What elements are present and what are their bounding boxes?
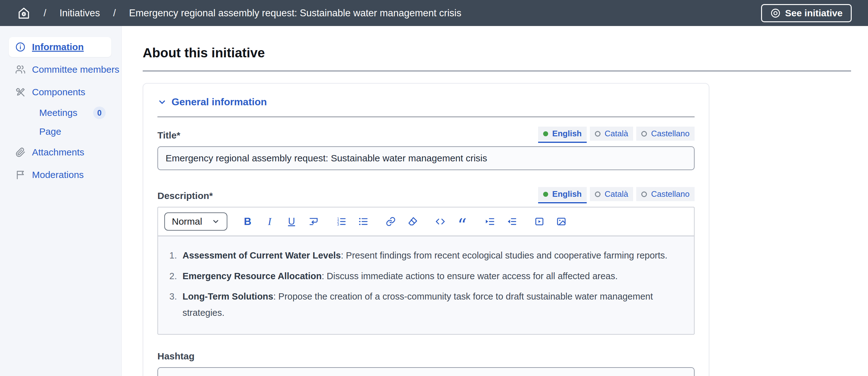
list-item: 3. Long-Term Solutions: Propose the crea… xyxy=(169,288,669,321)
language-tabs: English Català Castellano xyxy=(538,187,694,201)
chevron-down-icon xyxy=(212,217,220,226)
breadcrumb-initiatives[interactable]: Initiatives xyxy=(60,7,100,19)
lang-tab-label: English xyxy=(552,129,582,138)
sidebar-item-label: Components xyxy=(32,87,85,97)
list-item-text: : Present findings from recent ecologica… xyxy=(341,250,667,261)
sidebar: Information Committee members Components xyxy=(0,26,122,376)
see-initiative-label: See initiative xyxy=(785,8,843,19)
sidebar-item-page[interactable]: Page xyxy=(0,124,121,140)
untranslated-ring-icon xyxy=(595,131,600,137)
topbar: / Initiatives / Emergency regional assem… xyxy=(0,0,868,26)
description-label: Description* xyxy=(157,191,213,201)
main-content: About this initiative General informatio… xyxy=(122,26,868,376)
breadcrumb-current: Emergency regional assembly request: Sus… xyxy=(129,7,461,19)
format-select[interactable]: Normal xyxy=(164,212,227,231)
chevron-down-icon xyxy=(157,97,167,107)
sidebar-item-label: Information xyxy=(32,42,84,52)
translated-dot-icon xyxy=(543,192,548,197)
sidebar-item-label: Page xyxy=(39,126,61,137)
list-item-title: Emergency Resource Allocation xyxy=(183,271,322,281)
sidebar-item-components[interactable]: Components xyxy=(0,82,121,102)
sidebar-item-meetings[interactable]: Meetings 0 xyxy=(0,105,121,121)
hashtag-label: Hashtag xyxy=(157,351,694,362)
sidebar-item-information[interactable]: Information xyxy=(9,37,111,57)
lang-tab-label: Castellano xyxy=(651,129,689,138)
list-item: 1. Assessment of Current Water Levels: P… xyxy=(169,247,669,264)
indent-icon[interactable] xyxy=(483,214,497,229)
eye-icon xyxy=(770,8,781,19)
sidebar-item-label: Committee members xyxy=(32,64,119,75)
panel-header-label: General information xyxy=(172,96,267,108)
untranslated-ring-icon xyxy=(641,131,647,137)
divider xyxy=(157,116,694,117)
sidebar-item-label: Attachments xyxy=(32,147,84,158)
sidebar-nav: Information Committee members Components xyxy=(0,37,121,185)
meetings-count-badge: 0 xyxy=(93,106,106,119)
line-break-icon[interactable] xyxy=(306,214,321,229)
editor-content[interactable]: 1. Assessment of Current Water Levels: P… xyxy=(158,236,694,334)
lang-tab-label: English xyxy=(552,189,582,199)
list-item-title: Assessment of Current Water Levels xyxy=(183,250,341,261)
list-item-text: : Discuss immediate actions to ensure wa… xyxy=(322,271,618,281)
lang-tab-catala[interactable]: Català xyxy=(590,127,633,141)
tools-icon xyxy=(15,87,26,97)
underline-glyph: U xyxy=(288,216,295,227)
lang-tab-english[interactable]: English xyxy=(538,187,587,201)
video-icon[interactable] xyxy=(532,214,547,229)
bold-glyph: B xyxy=(244,215,251,228)
lang-tab-castellano[interactable]: Castellano xyxy=(636,187,694,201)
lang-tab-label: Català xyxy=(604,129,628,138)
outdent-icon[interactable] xyxy=(504,214,519,229)
lang-tab-label: Castellano xyxy=(651,189,689,199)
breadcrumb-separator: / xyxy=(43,7,46,19)
users-icon xyxy=(15,64,26,75)
home-gear-icon xyxy=(17,7,30,20)
editor-toolbar: Normal B I U xyxy=(158,207,694,236)
lang-tab-english[interactable]: English xyxy=(538,127,587,141)
sidebar-item-label: Moderations xyxy=(32,170,84,180)
link-icon[interactable] xyxy=(383,214,398,229)
untranslated-ring-icon xyxy=(595,192,600,197)
bold-icon[interactable]: B xyxy=(241,214,255,229)
untranslated-ring-icon xyxy=(641,192,647,197)
breadcrumb-separator: / xyxy=(113,7,116,19)
blockquote-icon[interactable]: “ xyxy=(455,214,469,229)
hashtag-input[interactable] xyxy=(157,367,694,376)
general-information-panel: General information Title* English Catal… xyxy=(143,83,709,376)
quote-glyph: “ xyxy=(458,216,467,234)
rich-text-editor: Normal B I U xyxy=(157,207,694,335)
home-breadcrumb-link[interactable] xyxy=(17,7,30,20)
list-item-title: Long-Term Solutions xyxy=(183,292,273,301)
italic-icon[interactable]: I xyxy=(262,214,277,229)
svg-text:3: 3 xyxy=(337,223,339,226)
bullet-list-icon[interactable] xyxy=(356,214,370,229)
sidebar-item-committee-members[interactable]: Committee members xyxy=(0,60,121,79)
clear-format-icon[interactable] xyxy=(405,214,420,229)
info-icon xyxy=(15,42,26,52)
lang-tab-castellano[interactable]: Castellano xyxy=(636,127,694,141)
sidebar-item-attachments[interactable]: Attachments xyxy=(0,142,121,162)
translated-dot-icon xyxy=(543,131,548,136)
list-item: 2. Emergency Resource Allocation: Discus… xyxy=(169,268,669,284)
list-marker: 3. xyxy=(169,288,183,321)
format-select-value: Normal xyxy=(172,216,202,227)
underline-icon[interactable]: U xyxy=(284,214,299,229)
divider xyxy=(143,70,851,71)
image-icon[interactable] xyxy=(554,214,568,229)
lang-tab-label: Català xyxy=(604,189,628,199)
ordered-list-icon[interactable]: 1 2 3 xyxy=(334,214,348,229)
general-information-toggle[interactable]: General information xyxy=(157,96,694,108)
paperclip-icon xyxy=(15,147,26,158)
see-initiative-button[interactable]: See initiative xyxy=(761,4,852,22)
sidebar-item-label: Meetings xyxy=(39,107,78,118)
title-label: Title* xyxy=(157,130,180,141)
title-input[interactable] xyxy=(157,146,694,170)
sidebar-item-moderations[interactable]: Moderations xyxy=(0,165,121,185)
flag-icon xyxy=(15,170,26,180)
page-title: About this initiative xyxy=(143,45,851,61)
lang-tab-catala[interactable]: Català xyxy=(590,187,633,201)
code-icon[interactable] xyxy=(433,214,447,229)
list-marker: 1. xyxy=(169,247,183,264)
list-marker: 2. xyxy=(169,268,183,284)
italic-glyph: I xyxy=(268,216,271,228)
